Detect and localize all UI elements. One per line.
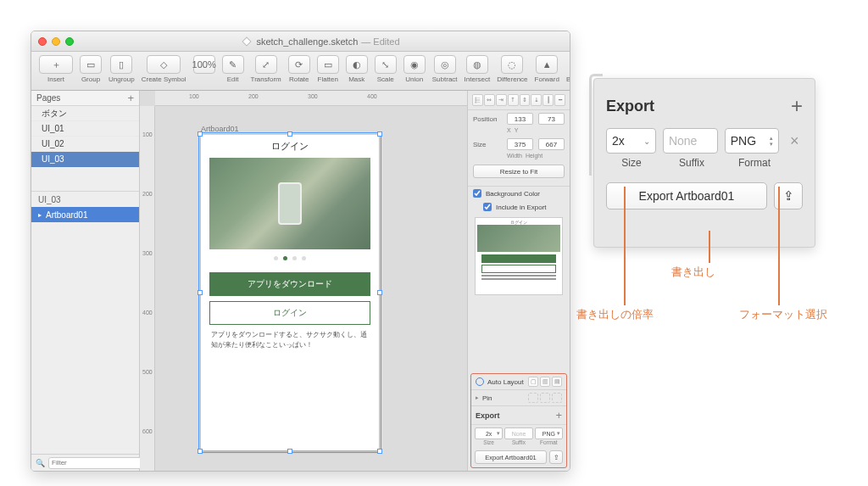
size-w-field[interactable]: 375 [507,138,533,150]
layer-group-label: UI_03 [38,195,61,204]
difference-icon: ◌ [501,55,523,74]
dot [302,256,306,260]
align-vcenter-button[interactable]: ⇕ [520,94,531,106]
align-top-button[interactable]: ⤒ [508,94,519,106]
toolbar-flatten[interactable]: ▭Flatten [314,55,342,83]
bgcolor-label: Background Color [486,190,540,198]
canvas[interactable]: 100200300400 100200300400500600 Artboard… [140,91,468,471]
left-sidebar: Pages + ボタンUI_01UI_02UI_03 UI_03 ▸ Artbo… [31,91,140,471]
file-proxy-icon [242,36,252,46]
minimize-button[interactable] [52,37,60,46]
position-y-field[interactable]: 73 [538,113,565,125]
ruler-tick: 100 [142,131,153,137]
pin-target[interactable] [528,393,538,403]
layer-row-artboard[interactable]: ▸ Artboard01 [31,207,139,222]
pin-target[interactable] [552,393,562,403]
handle-bottom-left[interactable] [198,449,203,454]
background-color-row: Background Color [468,187,570,200]
window-title: sketch_challenge.sketch — Edited [81,36,563,47]
toolbar-insert[interactable]: ＋Insert [36,55,75,83]
page-row[interactable]: UI_01 [31,121,139,137]
zoom-format-select[interactable]: PNG ▴▾ [725,128,780,154]
zoom-format-label: Format [726,157,782,169]
zoom-export-title: Export [606,98,654,115]
ruler-tick: 200 [248,93,259,99]
toolbar-ungroup[interactable]: ▯Ungroup [106,55,137,83]
titlebar: sketch_challenge.sketch — Edited [31,31,570,52]
toolbar-subtract[interactable]: ◎Subtract [430,55,460,83]
zoom-export-button[interactable]: Export Artboard01 [606,182,767,209]
align-right-button[interactable]: ⇥ [496,94,507,106]
add-export-button[interactable]: + [555,409,562,422]
background-color-checkbox[interactable] [473,189,481,198]
align-hcenter-button[interactable]: ⇔ [484,94,495,106]
distribute-h-button[interactable]: ┃ [542,94,554,106]
filter-input[interactable] [48,457,144,469]
zoom-format-value: PNG [731,134,756,148]
layer-group-row[interactable]: UI_03 [31,192,139,207]
toolbar-intersect[interactable]: ◍Intersect [462,55,493,83]
toolbar-forward[interactable]: ▲Forward [532,55,562,83]
page-row[interactable]: UI_02 [31,137,139,152]
zoom-export-header: Export + [606,94,803,118]
include-label: Include in Export [496,204,547,211]
handle-mid-left[interactable] [198,290,203,295]
toolbar-edit[interactable]: ✎Edit [220,55,247,83]
toolbar-difference[interactable]: ◌Difference [494,55,530,83]
al-btn-2[interactable]: ▥ [540,377,550,387]
size-h-field[interactable]: 667 [538,138,565,150]
handle-top-mid[interactable] [287,131,292,137]
x-sublabel: X [507,127,511,133]
handle-bottom-right[interactable] [377,449,382,454]
zoom-icon: 100% [193,55,215,74]
export-title: Export [476,411,500,420]
export-format-select[interactable]: PNG [535,427,563,439]
toolbar-group[interactable]: ▭Group [77,55,104,83]
zoom-size-select[interactable]: 2x ⌄ [606,128,656,154]
page-row[interactable]: UI_03 [31,152,139,167]
export-size-select[interactable]: 2x [475,427,503,439]
add-page-button[interactable]: + [127,92,134,104]
toolbar-scale[interactable]: ⤡Scale [372,55,399,83]
ruler-tick: 600 [142,428,153,434]
create-symbol-label: Create Symbol [142,75,186,83]
preview-hero [477,225,560,252]
handle-top-right[interactable] [377,131,382,137]
pages-title: Pages [36,93,60,103]
toolbar-zoom[interactable]: 100% [191,55,218,75]
export-header: Export + [471,406,566,425]
toolbar-rotate[interactable]: ⟳Rotate [286,55,313,83]
handle-bottom-mid[interactable] [287,449,292,454]
disclosure-triangle-icon[interactable]: ▸ [476,394,479,401]
remove-export-button[interactable]: × [786,132,803,150]
callout-right-line [778,187,780,305]
export-suffix-field[interactable]: None [504,427,532,439]
toolbar-create-symbol[interactable]: ◇Create Symbol [139,55,189,83]
position-x-field[interactable]: 133 [507,113,533,125]
artboard[interactable]: Artboard01 ログイン [201,125,379,450]
align-left-button[interactable]: ⬱ [472,94,483,106]
add-export-size-button[interactable]: + [791,94,803,118]
align-bottom-button[interactable]: ⤓ [531,94,542,106]
al-btn-3[interactable]: ▤ [552,377,562,387]
toolbar-mask[interactable]: ◐Mask [343,55,370,83]
page-row[interactable]: ボタン [31,106,139,121]
maximize-button[interactable] [65,37,74,46]
share-button[interactable]: ⇪ [549,450,563,464]
toolbar-transform[interactable]: ⤢Transform [248,55,284,83]
handle-mid-right[interactable] [377,290,382,295]
ruler-tick: 300 [142,250,153,256]
zoom-suffix-field[interactable]: None [663,128,718,154]
al-btn-1[interactable]: ▢ [528,377,538,387]
include-export-checkbox[interactable] [483,203,492,211]
toolbar-union[interactable]: ◉Union [401,55,428,83]
forward-label: Forward [535,75,559,83]
toolbar-backward[interactable]: ▼Backward [564,55,570,83]
disclosure-triangle-icon: ▸ [38,211,42,219]
handle-top-left[interactable] [198,131,203,137]
distribute-v-button[interactable]: ━ [554,94,565,106]
close-button[interactable] [38,37,47,46]
pin-target[interactable] [540,393,550,403]
export-artboard-button[interactable]: Export Artboard01 [475,450,547,464]
resize-to-fit-button[interactable]: Resize to Fit [473,165,565,178]
